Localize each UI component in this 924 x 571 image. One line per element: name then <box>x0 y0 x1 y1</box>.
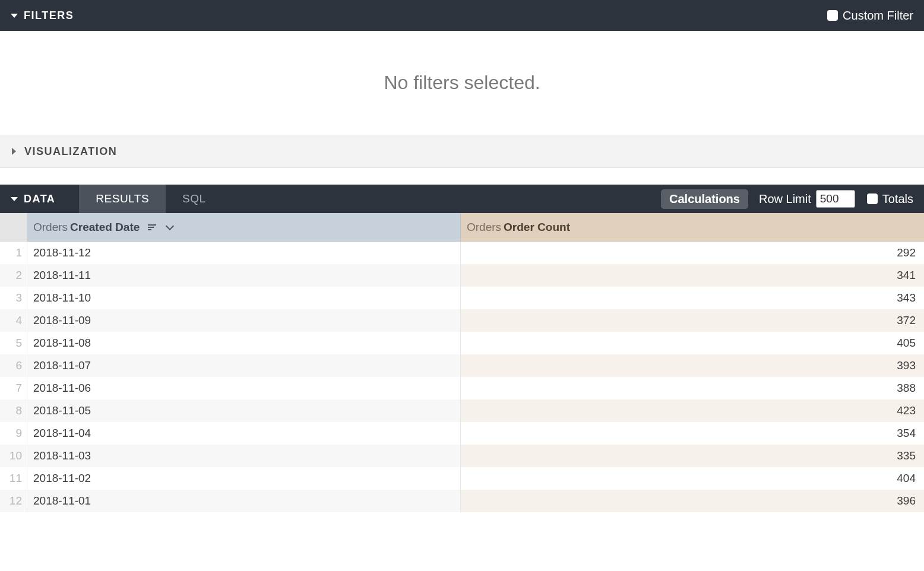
cell-created-date[interactable]: 2018-11-04 <box>27 422 461 445</box>
row-limit-group: Row Limit <box>759 185 855 213</box>
cell-order-count[interactable]: 372 <box>461 309 924 332</box>
cell-created-date[interactable]: 2018-11-09 <box>27 309 461 332</box>
filters-empty-text: No filters selected. <box>384 72 540 94</box>
tab-sql-label: SQL <box>182 192 206 205</box>
custom-filter-label[interactable]: Custom Filter <box>843 9 913 23</box>
table-row[interactable]: 122018-11-01396 <box>0 490 924 512</box>
cell-created-date[interactable]: 2018-11-06 <box>27 377 461 399</box>
filters-empty-state: No filters selected. <box>0 31 924 135</box>
column-header-name: Order Count <box>504 221 570 234</box>
cell-created-date[interactable]: 2018-11-07 <box>27 354 461 377</box>
visualization-header[interactable]: VISUALIZATION <box>0 135 924 168</box>
table-row[interactable]: 62018-11-07393 <box>0 354 924 377</box>
row-number-header <box>0 213 27 242</box>
cell-created-date[interactable]: 2018-11-05 <box>27 399 461 422</box>
cell-order-count[interactable]: 423 <box>461 399 924 422</box>
cell-order-count[interactable]: 292 <box>461 242 924 264</box>
row-number: 12 <box>0 490 27 512</box>
column-header-order-count[interactable]: Orders Order Count <box>461 213 924 242</box>
caret-right-icon <box>12 148 16 155</box>
cell-order-count[interactable]: 343 <box>461 287 924 309</box>
row-number: 5 <box>0 332 27 354</box>
table-header-row: Orders Created Date Orders Order Count <box>0 213 924 242</box>
cell-order-count[interactable]: 341 <box>461 264 924 287</box>
table-row[interactable]: 22018-11-11341 <box>0 264 924 287</box>
cell-created-date[interactable]: 2018-11-01 <box>27 490 461 512</box>
table-row[interactable]: 12018-11-12292 <box>0 242 924 264</box>
table-row[interactable]: 82018-11-05423 <box>0 399 924 422</box>
table-row[interactable]: 42018-11-09372 <box>0 309 924 332</box>
row-number: 4 <box>0 309 27 332</box>
totals-label: Totals <box>882 192 913 206</box>
column-header-prefix: Orders <box>33 221 68 234</box>
table-row[interactable]: 72018-11-06388 <box>0 377 924 399</box>
table-row[interactable]: 102018-11-03335 <box>0 445 924 467</box>
cell-created-date[interactable]: 2018-11-02 <box>27 467 461 490</box>
cell-order-count[interactable]: 335 <box>461 445 924 467</box>
data-toggle[interactable]: DATA <box>11 185 79 213</box>
row-number: 10 <box>0 445 27 467</box>
cell-created-date[interactable]: 2018-11-12 <box>27 242 461 264</box>
column-header-prefix: Orders <box>467 221 501 234</box>
row-number: 1 <box>0 242 27 264</box>
row-number: 2 <box>0 264 27 287</box>
sort-indicator[interactable] <box>148 224 157 230</box>
totals-group[interactable]: Totals <box>867 185 913 213</box>
tab-results[interactable]: RESULTS <box>79 185 166 213</box>
cell-order-count[interactable]: 404 <box>461 467 924 490</box>
filters-title: FILTERS <box>24 9 74 22</box>
tab-results-label: RESULTS <box>96 192 149 205</box>
cell-created-date[interactable]: 2018-11-08 <box>27 332 461 354</box>
table-row[interactable]: 92018-11-04354 <box>0 422 924 445</box>
row-number: 3 <box>0 287 27 309</box>
cell-order-count[interactable]: 354 <box>461 422 924 445</box>
tab-sql[interactable]: SQL <box>166 185 223 213</box>
column-header-created-date[interactable]: Orders Created Date <box>27 213 461 242</box>
row-number: 6 <box>0 354 27 377</box>
results-table: Orders Created Date Orders Order Count 1… <box>0 213 924 512</box>
caret-down-icon <box>11 14 18 18</box>
cell-created-date[interactable]: 2018-11-03 <box>27 445 461 467</box>
cell-created-date[interactable]: 2018-11-10 <box>27 287 461 309</box>
calculations-label: Calculations <box>669 192 740 206</box>
cell-order-count[interactable]: 405 <box>461 332 924 354</box>
cell-order-count[interactable]: 393 <box>461 354 924 377</box>
row-number: 11 <box>0 467 27 490</box>
cell-created-date[interactable]: 2018-11-11 <box>27 264 461 287</box>
data-header: DATA RESULTS SQL Calculations Row Limit … <box>0 185 924 213</box>
row-number: 7 <box>0 377 27 399</box>
cell-order-count[interactable]: 396 <box>461 490 924 512</box>
custom-filter-checkbox[interactable] <box>827 10 838 21</box>
totals-checkbox[interactable] <box>867 193 878 204</box>
chevron-down-icon[interactable] <box>166 221 174 230</box>
visualization-title: VISUALIZATION <box>24 145 117 158</box>
data-title: DATA <box>24 193 55 205</box>
caret-down-icon <box>11 197 18 201</box>
calculations-button[interactable]: Calculations <box>661 189 748 209</box>
sort-bars-icon <box>148 224 156 230</box>
column-header-name: Created Date <box>70 221 140 234</box>
filters-header[interactable]: FILTERS Custom Filter <box>0 0 924 31</box>
row-number: 8 <box>0 399 27 422</box>
table-row[interactable]: 32018-11-10343 <box>0 287 924 309</box>
row-limit-input[interactable] <box>816 190 855 208</box>
row-limit-label: Row Limit <box>759 192 811 206</box>
row-number: 9 <box>0 422 27 445</box>
table-row[interactable]: 52018-11-08405 <box>0 332 924 354</box>
table-row[interactable]: 112018-11-02404 <box>0 467 924 490</box>
cell-order-count[interactable]: 388 <box>461 377 924 399</box>
